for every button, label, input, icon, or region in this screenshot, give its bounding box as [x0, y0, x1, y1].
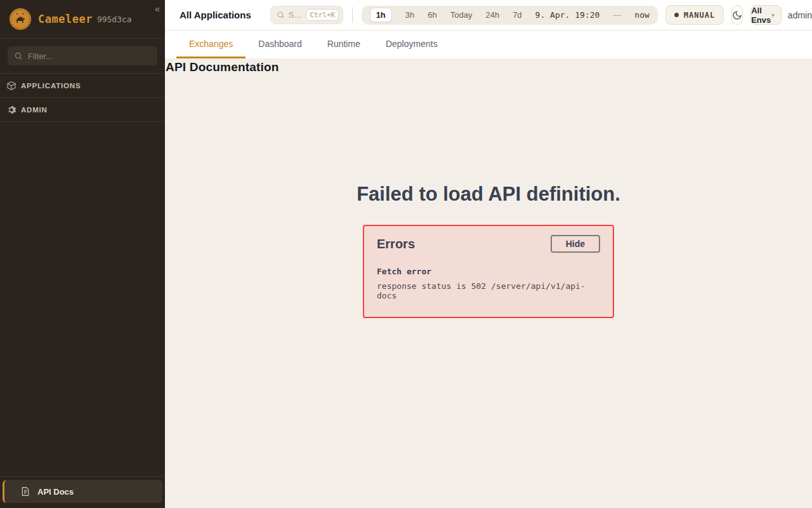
- tab-runtime[interactable]: Runtime: [315, 30, 373, 58]
- error-message: response status is 502 /server/api/v1/ap…: [377, 281, 600, 300]
- time-range-3h[interactable]: 3h: [405, 10, 414, 20]
- search-shortcut-kbd: Ctrl+K: [306, 9, 339, 21]
- cameleer-logo-icon: [9, 8, 32, 30]
- sidebar-item-admin[interactable]: ADMIN: [0, 98, 165, 122]
- cube-icon: [6, 81, 16, 91]
- tabbar: Exchanges Dashboard Runtime Deployments: [165, 30, 812, 58]
- sidebar-item-label: API Docs: [37, 487, 74, 497]
- page-context-title: All Applications: [180, 10, 251, 20]
- sidebar-filter[interactable]: [8, 46, 157, 65]
- time-range-today[interactable]: Today: [450, 10, 473, 20]
- sidebar-footer: API Docs: [0, 476, 165, 508]
- sidebar-item-applications[interactable]: APPLICATIONS: [0, 74, 165, 98]
- status-dot: [674, 13, 679, 17]
- manual-label: MANUAL: [684, 11, 715, 20]
- error-name: Fetch error: [377, 267, 600, 276]
- topbar: All Applications S… Ctrl+K 1h 3h 6h Toda…: [165, 0, 812, 30]
- sidebar-nav: APPLICATIONS ADMIN: [0, 73, 165, 122]
- manual-refresh-button[interactable]: MANUAL: [665, 5, 724, 25]
- swagger-fail-heading: Failed to load API definition.: [165, 183, 812, 206]
- sidebar-collapse-icon[interactable]: «: [155, 4, 160, 13]
- time-to-value[interactable]: now: [634, 10, 649, 20]
- hide-errors-button[interactable]: Hide: [551, 235, 600, 253]
- global-search[interactable]: S… Ctrl+K: [270, 6, 343, 24]
- time-range-6h[interactable]: 6h: [428, 10, 436, 20]
- sidebar-spacer: [0, 122, 165, 476]
- brand-version: 995d3ca: [97, 15, 132, 24]
- main-content: API Documentation Failed to load API def…: [165, 58, 812, 508]
- chevron-down-icon: ▾: [771, 12, 775, 18]
- tab-dashboard[interactable]: Dashboard: [246, 30, 315, 58]
- sidebar: Cameleer 995d3ca « APPLICATIONS ADMIN: [0, 0, 165, 508]
- sidebar-item-label: APPLICATIONS: [21, 82, 81, 90]
- search-icon: [277, 11, 285, 19]
- time-range-1h[interactable]: 1h: [370, 8, 392, 22]
- dark-mode-toggle[interactable]: [731, 5, 743, 25]
- time-range-7d[interactable]: 7d: [513, 10, 521, 20]
- time-separator: —: [613, 10, 621, 20]
- time-range-24h[interactable]: 24h: [485, 10, 499, 20]
- moon-icon: [732, 10, 742, 20]
- errors-panel-title: Errors: [377, 237, 415, 251]
- page-title: API Documentation: [166, 60, 279, 74]
- search-icon: [14, 51, 23, 60]
- time-from-value[interactable]: 9. Apr. 19:20: [535, 10, 600, 20]
- user-name[interactable]: admin: [788, 10, 812, 20]
- filter-input[interactable]: [28, 51, 151, 61]
- sidebar-item-label: ADMIN: [21, 106, 48, 114]
- sidebar-header: Cameleer 995d3ca «: [0, 0, 165, 39]
- environment-select[interactable]: All Envs ▾: [750, 5, 782, 25]
- tab-exchanges[interactable]: Exchanges: [176, 30, 246, 58]
- sidebar-item-api-docs[interactable]: API Docs: [3, 480, 162, 503]
- errors-panel: Errors Hide Fetch error response status …: [363, 225, 614, 318]
- tab-deployments[interactable]: Deployments: [373, 30, 450, 58]
- search-placeholder: S…: [289, 10, 303, 20]
- time-range-control: 1h 3h 6h Today 24h 7d 9. Apr. 19:20 — no…: [362, 6, 658, 25]
- document-icon: [20, 486, 30, 497]
- brand-name: Cameleer: [38, 13, 93, 25]
- environment-value: All Envs: [751, 6, 781, 25]
- gear-icon: [6, 105, 16, 115]
